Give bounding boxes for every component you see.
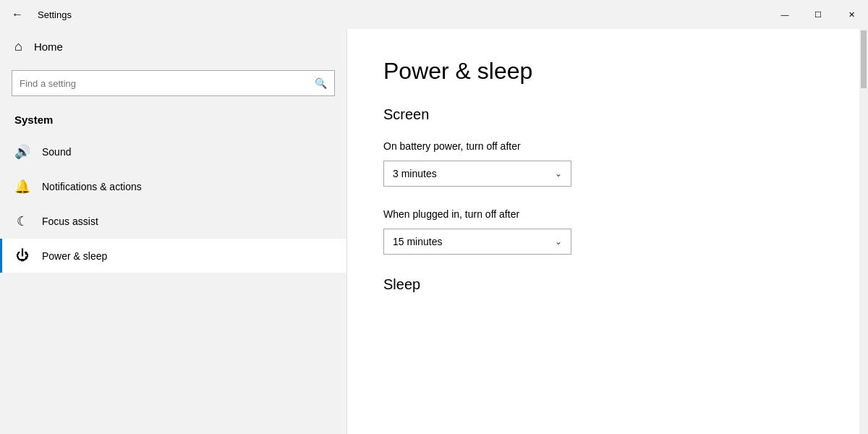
sidebar-item-notifications[interactable]: 🔔 Notifications & actions xyxy=(0,169,346,204)
battery-dropdown-arrow: ⌄ xyxy=(555,169,562,179)
battery-dropdown[interactable]: 3 minutes ⌄ xyxy=(383,161,571,187)
plugged-label: When plugged in, turn off after xyxy=(383,208,832,220)
battery-dropdown-value: 3 minutes xyxy=(393,168,437,179)
home-icon: ⌂ xyxy=(14,39,22,54)
notifications-icon: 🔔 xyxy=(14,179,30,195)
sidebar-item-sound[interactable]: 🔊 Sound xyxy=(0,135,346,169)
search-input[interactable] xyxy=(20,78,315,89)
power-sleep-icon: ⏻ xyxy=(14,248,30,263)
sidebar-item-focus-assist[interactable]: ☾ Focus assist xyxy=(0,204,346,239)
titlebar-title: Settings xyxy=(38,9,72,20)
sidebar-item-sound-label: Sound xyxy=(42,146,71,158)
close-button[interactable]: ✕ xyxy=(835,0,868,29)
battery-label: On battery power, turn off after xyxy=(383,140,832,152)
sidebar-item-notifications-label: Notifications & actions xyxy=(42,181,142,192)
back-button[interactable]: ← xyxy=(6,5,29,24)
titlebar-left: ← Settings xyxy=(6,5,72,24)
sidebar-item-focus-assist-label: Focus assist xyxy=(42,216,98,227)
search-box: 🔍 xyxy=(12,70,335,96)
titlebar-controls: — ☐ ✕ xyxy=(768,0,868,29)
sidebar-section-system: System xyxy=(0,108,346,135)
app-body: ⌂ Home 🔍 System 🔊 Sound 🔔 Notifications … xyxy=(0,29,868,434)
plugged-setting: When plugged in, turn off after 15 minut… xyxy=(383,208,832,255)
plugged-dropdown-arrow: ⌄ xyxy=(555,237,562,247)
sidebar-item-power-sleep-label: Power & sleep xyxy=(42,250,107,262)
plugged-dropdown[interactable]: 15 minutes ⌄ xyxy=(383,229,571,255)
page-title: Power & sleep xyxy=(383,58,832,85)
minimize-button[interactable]: — xyxy=(768,0,801,29)
battery-setting: On battery power, turn off after 3 minut… xyxy=(383,140,832,187)
search-container: 🔍 xyxy=(0,64,346,108)
sidebar-item-home[interactable]: ⌂ Home xyxy=(0,29,346,64)
plugged-dropdown-value: 15 minutes xyxy=(393,236,442,247)
maximize-button[interactable]: ☐ xyxy=(801,0,835,29)
sidebar-home-label: Home xyxy=(34,41,63,53)
search-icon: 🔍 xyxy=(315,77,327,89)
sidebar-item-power-sleep[interactable]: ⏻ Power & sleep xyxy=(0,239,346,273)
screen-section-title: Screen xyxy=(383,106,832,123)
scrollbar-track[interactable] xyxy=(859,29,868,434)
focus-assist-icon: ☾ xyxy=(14,213,30,229)
titlebar: ← Settings — ☐ ✕ xyxy=(0,0,868,29)
sleep-section-title: Sleep xyxy=(383,276,832,293)
sound-icon: 🔊 xyxy=(14,144,30,160)
scrollbar-thumb[interactable] xyxy=(861,30,867,88)
sidebar: ⌂ Home 🔍 System 🔊 Sound 🔔 Notifications … xyxy=(0,29,347,434)
main-content: Power & sleep Screen On battery power, t… xyxy=(347,29,868,434)
